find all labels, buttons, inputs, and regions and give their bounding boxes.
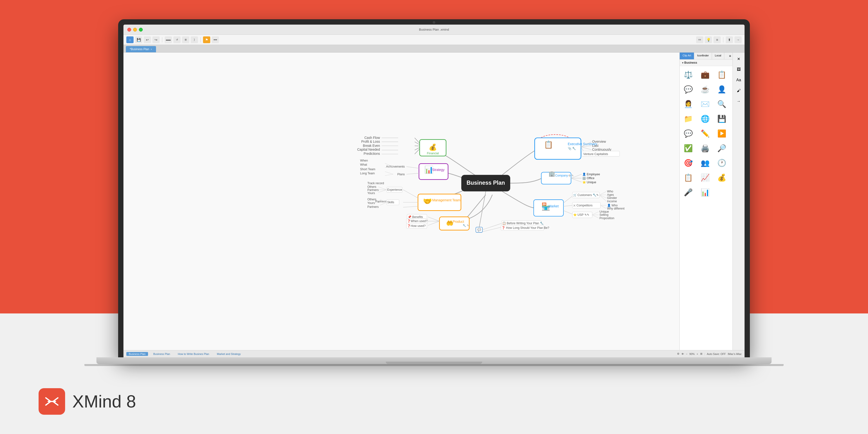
list-button[interactable]: ≡	[713, 36, 721, 43]
idea-button[interactable]: 💡	[705, 36, 712, 43]
icon-target[interactable]: 🎯	[682, 156, 695, 169]
icon-table[interactable]: 📊	[699, 186, 712, 199]
undo-button[interactable]: ↩	[144, 36, 151, 43]
app-name: XMind 8	[72, 392, 136, 411]
icon-businesswoman[interactable]: 👩‍💼	[682, 97, 695, 111]
paintbrush-icon[interactable]: 🖌	[735, 86, 743, 95]
icon-speech[interactable]: 💬	[682, 127, 695, 140]
svg-text:Who: Who	[607, 190, 613, 193]
category-arrow: ▾	[682, 61, 683, 64]
tab-bar: *Business Plan ×	[123, 45, 745, 53]
icon-group[interactable]: 👥	[699, 156, 712, 169]
laptop-wrapper: Business Plan .xmind ⌂ 💾 ↩ ↪ ▬▬ ↺ ⊞ } ⚑ …	[84, 19, 784, 366]
branding: XMind 8	[38, 388, 136, 415]
local-tab[interactable]: Local	[712, 53, 724, 59]
svg-text:Venture Capitalists: Venture Capitalists	[583, 152, 608, 156]
maximize-button[interactable]	[139, 28, 143, 32]
icon-mic[interactable]: 🎤	[682, 186, 695, 199]
icon-scales[interactable]: ⚖️	[682, 68, 695, 81]
status-bar-right: ⚙ 👁 − 90% + ⊞ | Auto Save: OFF IMac's iM…	[677, 352, 742, 355]
svg-text:Cash Flow: Cash Flow	[364, 136, 380, 140]
svg-text:🏢: 🏢	[549, 170, 555, 177]
icon-briefcase[interactable]: 💼	[699, 68, 712, 81]
laptop-bezel: Business Plan .xmind ⌂ 💾 ↩ ↪ ▬▬ ↺ ⊞ } ⚑ …	[118, 19, 750, 357]
icon-magnify[interactable]: 🔎	[715, 142, 728, 155]
list-view-icon[interactable]: ≡	[728, 53, 733, 59]
svg-text:📋: 📋	[544, 140, 553, 149]
svg-text:Short Team: Short Team	[360, 167, 375, 171]
svg-line-51	[599, 195, 607, 195]
icon-chart[interactable]: 📈	[699, 171, 712, 184]
image-icon[interactable]: 🖼	[735, 65, 743, 74]
icon-pencil[interactable]: ✏️	[699, 127, 712, 140]
status-tab-how-to-write[interactable]: How to Write Busines Plan	[175, 352, 212, 356]
icon-check[interactable]: ✅	[682, 142, 695, 155]
zoom-plus[interactable]: +	[696, 352, 698, 355]
arrow-right-icon[interactable]: →	[735, 97, 743, 105]
icon-printer[interactable]: 🖨️	[699, 142, 712, 155]
minimize-button[interactable]	[133, 28, 137, 32]
svg-text:Market: Market	[549, 205, 559, 208]
layout-button-2[interactable]: ↺	[173, 36, 181, 43]
layout-button-1[interactable]: ▬▬	[165, 36, 172, 43]
svg-text:Ages: Ages	[607, 193, 614, 196]
svg-line-62	[600, 205, 607, 209]
redo-button[interactable]: ↪	[152, 36, 160, 43]
laptop-screen: Business Plan .xmind ⌂ 💾 ↩ ↪ ▬▬ ↺ ⊞ } ⚑ …	[123, 25, 745, 357]
icon-coffee[interactable]: ☕	[699, 83, 712, 96]
icon-chat[interactable]: 💬	[682, 83, 695, 96]
icon-money[interactable]: 💰	[715, 171, 728, 184]
layout-button-4[interactable]: }	[191, 36, 198, 43]
svg-text:⚙ ✎: ⚙ ✎	[568, 174, 574, 177]
icon-list[interactable]: 📋	[682, 171, 695, 184]
save-button[interactable]: 💾	[135, 36, 142, 43]
icon-email[interactable]: ✉️	[699, 97, 712, 111]
status-tab-business-plan-2[interactable]: Business Plan	[151, 352, 173, 356]
zoom-fit[interactable]: ⊞	[700, 352, 702, 355]
filter-icon-status[interactable]: ⚙	[677, 352, 679, 355]
iconfinder-tab[interactable]: Iconfinder	[694, 53, 712, 59]
svg-text:🏢 Office: 🏢 Office	[582, 176, 595, 180]
svg-text:Skills: Skills	[387, 200, 394, 204]
home-button[interactable]: ⌂	[126, 36, 133, 43]
svg-text:Achievements: Achievements	[386, 165, 405, 168]
filter-icon[interactable]: ✕	[735, 55, 743, 63]
clip-art-tab[interactable]: Clip Art	[680, 53, 694, 59]
svg-text:❓ How Long Should Your Plan Be: ❓ How Long Should Your Plan Be?	[501, 226, 549, 230]
status-tab-market[interactable]: Market and Strategy	[214, 352, 243, 356]
more-button[interactable]: •••	[212, 36, 219, 43]
status-tab-business-plan-1[interactable]: Business Plan	[126, 352, 148, 356]
xmind-logo-svg	[43, 393, 60, 410]
icon-play[interactable]: ▶️	[715, 127, 728, 140]
icon-folder[interactable]: 📁	[682, 112, 695, 125]
svg-text:What: What	[360, 163, 367, 166]
icon-person[interactable]: 👤	[715, 83, 728, 96]
icon-clipboard[interactable]: 📋	[715, 68, 728, 81]
svg-text:💬: 💬	[477, 228, 481, 232]
traffic-lights	[127, 28, 143, 32]
svg-text:Last: Last	[592, 144, 598, 148]
layout-button-3[interactable]: ⊞	[182, 36, 189, 43]
view-button-1[interactable]: ≡≡	[696, 36, 703, 43]
svg-text:⭐ USP ✎✎: ⭐ USP ✎✎	[573, 213, 589, 217]
icon-globe[interactable]: 🌐	[699, 112, 712, 125]
canvas-area[interactable]: 💰 Financial Cash Flow Profit & Loss Brea…	[123, 53, 679, 350]
svg-text:Management Team: Management Team	[432, 198, 461, 202]
icon-clock[interactable]: 🕐	[715, 156, 728, 169]
tab-close-icon[interactable]: ×	[151, 48, 152, 51]
icon-search[interactable]: 🔍	[715, 97, 728, 111]
marker-button[interactable]: ⚑	[203, 36, 210, 43]
toolbar: ⌂ 💾 ↩ ↪ ▬▬ ↺ ⊞ } ⚑ ••• ≡≡ 💡 ≡ ⬆	[123, 35, 745, 45]
svg-line-70	[592, 215, 599, 218]
arrow-button[interactable]: →	[735, 36, 742, 43]
text-icon[interactable]: Aa	[735, 76, 743, 84]
close-button[interactable]	[127, 28, 131, 32]
icon-save[interactable]: 💾	[715, 112, 728, 125]
category-label: ▾ Business	[680, 60, 733, 66]
business-plan-tab[interactable]: *Business Plan ×	[126, 46, 156, 52]
share-button[interactable]: ⬆	[726, 36, 733, 43]
eye-icon-status[interactable]: 👁	[681, 352, 684, 355]
right-panel-tabs: Clip Art Iconfinder Local ≡	[680, 53, 733, 60]
zoom-minus[interactable]: −	[686, 352, 687, 355]
svg-text:Predictions: Predictions	[364, 152, 380, 156]
